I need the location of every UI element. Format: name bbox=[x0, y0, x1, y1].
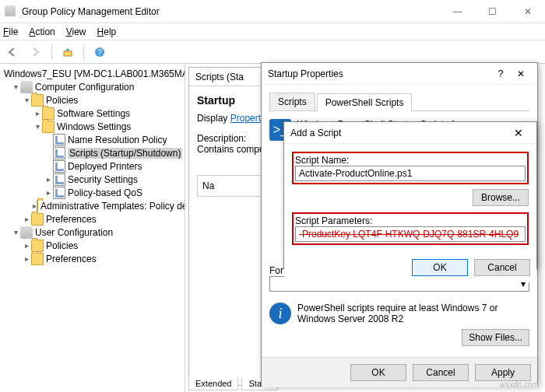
startup-apply-button[interactable]: Apply bbox=[475, 364, 531, 381]
tree-user-config[interactable]: ▾User Configuration bbox=[0, 226, 185, 239]
toolbar: ? bbox=[0, 40, 545, 64]
folder-icon bbox=[31, 240, 44, 252]
tree-admin-templates[interactable]: ▸Administrative Templates: Policy de bbox=[0, 199, 185, 212]
tree-policies[interactable]: ▾Policies bbox=[0, 93, 185, 107]
maximize-button[interactable]: ☐ bbox=[475, 0, 510, 23]
menu-help[interactable]: Help bbox=[97, 26, 117, 37]
back-button[interactable] bbox=[3, 43, 22, 61]
folder-icon bbox=[37, 200, 38, 212]
window-titlebar: Group Policy Management Editor — ☐ ✕ bbox=[0, 0, 545, 23]
script-name-input[interactable] bbox=[295, 166, 526, 181]
browse-button[interactable]: Browse... bbox=[473, 189, 529, 206]
folder-icon bbox=[42, 121, 54, 133]
tree-gpo-root[interactable]: Windows7_ESU [VM-DC1.LAB001.M365MASTE bbox=[0, 67, 185, 80]
help-button[interactable]: ? bbox=[90, 43, 109, 61]
window-title: Group Policy Management Editor bbox=[22, 6, 440, 17]
add-ok-button[interactable]: OK bbox=[412, 259, 468, 276]
menu-file[interactable]: File bbox=[3, 26, 18, 37]
tree-qos[interactable]: ▸Policy-based QoS bbox=[0, 186, 185, 199]
up-button[interactable] bbox=[58, 43, 77, 61]
add-dialog-title: Add a Script bbox=[290, 128, 341, 138]
app-icon bbox=[5, 5, 17, 18]
forward-button[interactable] bbox=[26, 43, 45, 61]
script-parameters-input[interactable] bbox=[295, 226, 526, 242]
folder-icon bbox=[31, 213, 44, 226]
tree-security-settings[interactable]: ▸Security Settings bbox=[0, 173, 185, 186]
menu-action[interactable]: Action bbox=[29, 26, 54, 37]
tree-scripts[interactable]: Scripts (Startup/Shutdown) bbox=[0, 146, 185, 159]
menubar: File Action View Help bbox=[0, 23, 545, 40]
add-script-dialog: Add a Script ✕ Script Name: Browse... Sc… bbox=[283, 121, 537, 269]
security-icon bbox=[53, 173, 65, 186]
tree-preferences-computer[interactable]: ▸Preferences bbox=[0, 212, 185, 226]
tree-software-settings[interactable]: ▸Software Settings bbox=[0, 107, 185, 120]
add-cancel-button[interactable]: Cancel bbox=[474, 259, 530, 276]
minimize-button[interactable]: — bbox=[440, 0, 475, 23]
tree-windows-settings[interactable]: ▾Windows Settings bbox=[0, 120, 185, 133]
tree-name-resolution[interactable]: Name Resolution Policy bbox=[0, 133, 185, 146]
help-button[interactable]: ? bbox=[490, 68, 511, 79]
folder-icon bbox=[31, 253, 44, 265]
nav-tree[interactable]: Windows7_ESU [VM-DC1.LAB001.M365MASTE ▾C… bbox=[0, 64, 185, 392]
powershell-requirement-note: PowerShell scripts require at least Wind… bbox=[297, 303, 529, 324]
folder-icon bbox=[42, 107, 54, 120]
show-files-button[interactable]: Show Files... bbox=[462, 329, 529, 346]
tab-extended[interactable]: Extended bbox=[188, 377, 238, 390]
startup-dialog-title: Startup Properties bbox=[268, 68, 343, 79]
tab-powershell-scripts[interactable]: PowerShell Scripts bbox=[317, 93, 413, 111]
qos-icon bbox=[53, 187, 65, 199]
scripts-icon bbox=[53, 147, 65, 159]
info-icon: i bbox=[269, 303, 291, 324]
watermark: wsxdn.com bbox=[500, 380, 539, 389]
script-parameters-label: Script Parameters: bbox=[295, 215, 526, 226]
script-name-label: Script Name: bbox=[295, 155, 526, 166]
svg-rect-0 bbox=[64, 51, 72, 56]
tree-deployed-printers[interactable]: Deployed Printers bbox=[0, 159, 185, 173]
user-icon bbox=[20, 226, 33, 239]
startup-ok-button[interactable]: OK bbox=[350, 364, 406, 381]
startup-cancel-button[interactable]: Cancel bbox=[413, 364, 469, 381]
tree-preferences-user[interactable]: ▸Preferences bbox=[0, 252, 185, 265]
svg-text:?: ? bbox=[97, 48, 102, 57]
policy-icon bbox=[53, 134, 65, 146]
close-button[interactable]: ✕ bbox=[510, 0, 545, 23]
printer-icon bbox=[53, 160, 65, 173]
dialog-close-button[interactable]: ✕ bbox=[511, 68, 531, 79]
tab-scripts[interactable]: Scripts bbox=[269, 93, 315, 110]
menu-view[interactable]: View bbox=[66, 26, 86, 37]
folder-icon bbox=[31, 94, 44, 107]
computer-icon bbox=[20, 81, 33, 93]
tree-policies-user[interactable]: ▸Policies bbox=[0, 239, 185, 252]
tree-computer-config[interactable]: ▾Computer Configuration bbox=[0, 80, 185, 93]
add-dialog-close-button[interactable]: ✕ bbox=[507, 127, 530, 139]
